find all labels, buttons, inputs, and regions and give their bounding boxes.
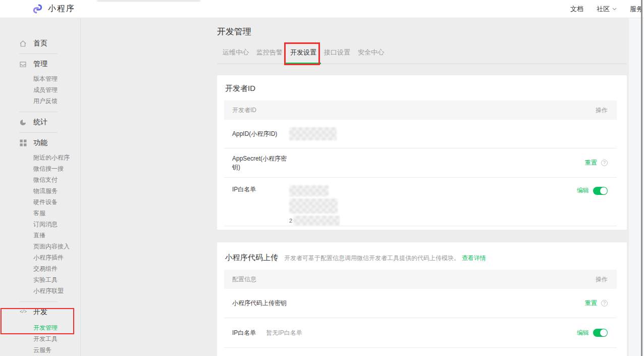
sidebar-item-trade-component[interactable]: 交易组件: [0, 263, 80, 274]
nav-community[interactable]: 社区: [597, 5, 617, 14]
card-title: 开发者ID: [224, 75, 617, 100]
sidebar-item-develop[interactable]: </> 开发: [0, 307, 80, 317]
redacted-appid-value: [289, 127, 337, 140]
sidebar-item-label: 统计: [33, 118, 47, 127]
sidebar-item-label: 开发: [33, 308, 47, 317]
tab-ops-center[interactable]: 运维中心: [223, 48, 249, 64]
sidebar: 首页 管理 版本管理 成员管理 用户反馈 统计 功能: [0, 18, 81, 356]
edit-upload-ip-whitelist-link[interactable]: 编辑: [577, 329, 589, 337]
edit-ip-whitelist-link[interactable]: 编辑: [577, 186, 589, 195]
table-header-left: 配置信息: [232, 275, 256, 284]
ip-whitelist-label: IP白名单: [232, 185, 289, 194]
ip-whitelist-toggle[interactable]: [593, 187, 608, 195]
sidebar-group-develop-children: 开发管理 开发工具 云服务: [0, 322, 80, 355]
divider: [19, 132, 58, 133]
tab-dev-settings[interactable]: 开发设置: [290, 48, 316, 64]
sidebar-item-hardware[interactable]: 硬件设备: [0, 196, 80, 208]
sidebar-item-customer-service[interactable]: 客服: [0, 208, 80, 219]
developer-id-card: 开发者ID 开发者ID 操作 AppID(小程序ID) AppSecret(小程…: [217, 75, 627, 230]
sidebar-item-subscribe-message[interactable]: 订阅消息: [0, 219, 80, 230]
sidebar-item-statistics[interactable]: 统计: [0, 117, 80, 127]
sidebar-item-member-mgmt[interactable]: 成员管理: [0, 84, 80, 95]
upload-ip-whitelist-row: IP白名单 暂无IP白名单 编辑: [224, 318, 617, 348]
sidebar-item-features[interactable]: 功能: [0, 138, 80, 148]
top-nav: 文档 社区 服务: [570, 5, 643, 14]
window-edge-artifact: [97, 0, 200, 2]
sidebar-item-dev-management[interactable]: 开发管理: [0, 322, 80, 333]
upload-key-row: 小程序代码上传密钥 重置: [224, 289, 617, 318]
main-content: 开发管理 运维中心 监控告警 开发设置 接口设置 安全中心 开发者ID 开发者I…: [217, 18, 627, 356]
code-icon: </>: [19, 309, 27, 316]
sidebar-item-miniprogram-union[interactable]: 小程序联盟: [0, 285, 80, 296]
tab-monitor-alert[interactable]: 监控告警: [256, 48, 283, 64]
view-details-link[interactable]: 查看详情: [462, 254, 486, 263]
sidebar-item-label: 管理: [33, 60, 47, 69]
help-icon[interactable]: [601, 300, 608, 307]
sidebar-item-experiment-tools[interactable]: 实验工具: [0, 274, 80, 285]
redacted-ip-value: [293, 216, 340, 226]
sidebar-item-user-feedback[interactable]: 用户反馈: [0, 95, 80, 107]
row-actions: 编辑: [577, 186, 608, 195]
tab-security-center[interactable]: 安全中心: [358, 48, 384, 64]
card-head: 小程序代码上传 开发者可基于配置信息调用微信开发者工具提供的代码上传模块。 查看…: [224, 242, 617, 263]
sidebar-item-live[interactable]: 直播: [0, 230, 80, 241]
sidebar-item-wechat-search[interactable]: 微信搜一搜: [0, 163, 80, 174]
tab-bar: 运维中心 监控告警 开发设置 接口设置 安全中心: [217, 48, 627, 64]
sidebar-item-page-content[interactable]: 页面内容接入: [0, 241, 80, 252]
divider: [19, 54, 58, 54]
redacted-ip-value: [289, 198, 338, 214]
appid-row: AppID(小程序ID): [224, 120, 617, 148]
sidebar-item-logistics[interactable]: 物流服务: [0, 185, 80, 196]
sidebar-item-cloud-service[interactable]: 云服务: [0, 344, 80, 355]
card-title: 小程序代码上传: [225, 252, 278, 263]
scrollbar-thumb[interactable]: [641, 0, 642, 356]
wechat-miniprogram-console: 小程序 文档 社区 服务 首页 管理: [0, 0, 644, 356]
wechat-miniprogram-logo-icon[interactable]: [32, 4, 43, 14]
reset-appsecret-link[interactable]: 重置: [585, 159, 597, 167]
home-icon: [19, 40, 27, 47]
ip-whitelist-empty-value: 暂无IP白名单: [266, 329, 302, 337]
chevron-down-icon: [612, 8, 617, 11]
sidebar-item-version-mgmt[interactable]: 版本管理: [0, 73, 80, 84]
sidebar-item-manage[interactable]: 管理: [0, 59, 80, 69]
upload-key-label: 小程序代码上传密钥: [232, 299, 287, 308]
table-header-action: 操作: [596, 275, 608, 284]
appsecret-label: AppSecret(小程序密钥): [232, 155, 289, 172]
table-header: 配置信息 操作: [224, 270, 617, 289]
upload-ip-whitelist-toggle[interactable]: [593, 329, 608, 337]
row-actions: 编辑: [577, 329, 608, 337]
pie-chart-icon: [19, 119, 27, 126]
sidebar-item-label: 功能: [33, 138, 47, 147]
drawer-icon: [19, 61, 27, 68]
sidebar-item-dev-tools[interactable]: 开发工具: [0, 333, 80, 344]
divider: [19, 301, 58, 302]
code-upload-card: 小程序代码上传 开发者可基于配置信息调用微信开发者工具提供的代码上传模块。 查看…: [217, 242, 627, 356]
table-header-action: 操作: [596, 106, 608, 115]
help-icon[interactable]: [601, 160, 608, 166]
table-header: 开发者ID 操作: [224, 100, 617, 120]
row-actions: 重置: [585, 299, 608, 308]
page-title: 开发管理: [217, 26, 627, 37]
card-description: 开发者可基于配置信息调用微信开发者工具提供的代码上传模块。: [284, 254, 460, 263]
brand-title: 小程序: [48, 4, 75, 14]
sidebar-item-plugin[interactable]: 小程序插件: [0, 252, 80, 263]
table-header-left: 开发者ID: [232, 106, 256, 115]
divider: [19, 112, 58, 112]
sidebar-group-features-children: 附近的小程序 微信搜一搜 微信支付 物流服务 硬件设备 客服 订阅消息 直播 页…: [0, 152, 80, 296]
redacted-ip-line: 2: [289, 216, 340, 226]
redacted-ip-value: [289, 185, 329, 196]
appid-label: AppID(小程序ID): [232, 130, 289, 138]
sidebar-item-label: 首页: [33, 39, 47, 48]
reset-upload-key-link[interactable]: 重置: [585, 299, 597, 308]
nav-docs[interactable]: 文档: [570, 5, 583, 14]
sidebar-item-nearby-miniprogram[interactable]: 附近的小程序: [0, 152, 80, 163]
appsecret-row: AppSecret(小程序密钥) 重置: [224, 148, 617, 178]
sidebar-group-manage-children: 版本管理 成员管理 用户反馈: [0, 73, 80, 107]
nav-community-label: 社区: [597, 5, 610, 14]
ip-whitelist-label: IP白名单: [232, 329, 256, 337]
tab-api-settings[interactable]: 接口设置: [324, 48, 350, 64]
sidebar-item-home[interactable]: 首页: [0, 38, 80, 48]
sidebar-item-wechat-pay[interactable]: 微信支付: [0, 174, 80, 185]
top-header: 小程序 文档 社区 服务: [0, 0, 644, 18]
grid-icon: [19, 139, 27, 147]
